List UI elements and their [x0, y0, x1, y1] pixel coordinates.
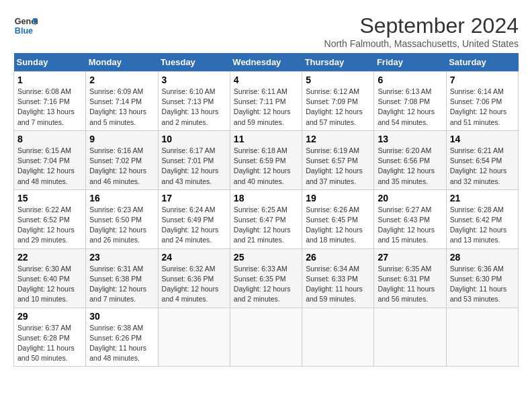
day-number: 14 — [450, 134, 515, 144]
day-cell: 10 Sunrise: 6:17 AM Sunset: 7:01 PM Dayl… — [158, 130, 230, 189]
day-header-tuesday: Tuesday — [158, 53, 230, 72]
day-number: 5 — [306, 75, 370, 85]
day-cell — [374, 308, 446, 367]
day-number: 9 — [89, 134, 154, 144]
day-cell: 17 Sunrise: 6:24 AM Sunset: 6:49 PM Dayl… — [158, 189, 230, 248]
day-number: 26 — [306, 252, 370, 263]
day-number: 16 — [89, 193, 154, 203]
week-row-4: 22 Sunrise: 6:30 AM Sunset: 6:40 PM Dayl… — [14, 248, 519, 308]
day-cell: 3 Sunrise: 6:10 AM Sunset: 7:13 PM Dayli… — [158, 72, 230, 131]
day-number: 20 — [378, 193, 442, 203]
day-cell: 6 Sunrise: 6:13 AM Sunset: 7:08 PM Dayli… — [374, 72, 446, 131]
main-title: September 2024 — [324, 13, 519, 38]
day-number: 1 — [17, 75, 82, 85]
day-info: Sunrise: 6:12 AM Sunset: 7:09 PM Dayligh… — [306, 87, 370, 128]
day-cell: 20 Sunrise: 6:27 AM Sunset: 6:43 PM Dayl… — [374, 189, 446, 248]
day-info: Sunrise: 6:35 AM Sunset: 6:31 PM Dayligh… — [378, 264, 442, 305]
day-number: 27 — [378, 252, 442, 263]
day-number: 30 — [89, 311, 154, 322]
week-row-1: 1 Sunrise: 6:08 AM Sunset: 7:16 PM Dayli… — [14, 72, 519, 131]
day-info: Sunrise: 6:32 AM Sunset: 6:36 PM Dayligh… — [162, 264, 226, 305]
header-area: General Blue September 2024 North Falmou… — [13, 13, 519, 49]
day-number: 2 — [89, 75, 154, 85]
svg-text:Blue: Blue — [15, 26, 33, 36]
day-info: Sunrise: 6:08 AM Sunset: 7:16 PM Dayligh… — [17, 87, 82, 128]
day-number: 7 — [450, 75, 515, 85]
day-number: 19 — [306, 193, 370, 203]
day-cell: 11 Sunrise: 6:18 AM Sunset: 6:59 PM Dayl… — [230, 130, 302, 189]
day-info: Sunrise: 6:09 AM Sunset: 7:14 PM Dayligh… — [89, 87, 154, 128]
day-cell: 18 Sunrise: 6:25 AM Sunset: 6:47 PM Dayl… — [230, 189, 302, 248]
day-info: Sunrise: 6:36 AM Sunset: 6:30 PM Dayligh… — [450, 264, 515, 305]
day-cell: 21 Sunrise: 6:28 AM Sunset: 6:42 PM Dayl… — [446, 189, 518, 248]
day-info: Sunrise: 6:34 AM Sunset: 6:33 PM Dayligh… — [306, 264, 370, 305]
day-number: 3 — [162, 75, 226, 85]
day-cell: 27 Sunrise: 6:35 AM Sunset: 6:31 PM Dayl… — [374, 248, 446, 308]
day-info: Sunrise: 6:10 AM Sunset: 7:13 PM Dayligh… — [162, 87, 226, 128]
day-info: Sunrise: 6:22 AM Sunset: 6:52 PM Dayligh… — [17, 205, 82, 246]
day-cell: 15 Sunrise: 6:22 AM Sunset: 6:52 PM Dayl… — [14, 189, 86, 248]
day-cell: 23 Sunrise: 6:31 AM Sunset: 6:38 PM Dayl… — [86, 248, 158, 308]
day-info: Sunrise: 6:20 AM Sunset: 6:56 PM Dayligh… — [378, 146, 442, 187]
day-number: 12 — [306, 134, 370, 144]
day-cell: 4 Sunrise: 6:11 AM Sunset: 7:11 PM Dayli… — [230, 72, 302, 131]
day-info: Sunrise: 6:25 AM Sunset: 6:47 PM Dayligh… — [234, 205, 298, 246]
day-info: Sunrise: 6:24 AM Sunset: 6:49 PM Dayligh… — [162, 205, 226, 246]
day-info: Sunrise: 6:11 AM Sunset: 7:11 PM Dayligh… — [234, 87, 298, 128]
day-header-thursday: Thursday — [302, 53, 374, 72]
day-cell: 7 Sunrise: 6:14 AM Sunset: 7:06 PM Dayli… — [446, 72, 518, 131]
day-info: Sunrise: 6:27 AM Sunset: 6:43 PM Dayligh… — [378, 205, 442, 246]
day-number: 17 — [162, 193, 226, 203]
day-cell — [302, 308, 374, 367]
day-cell: 29 Sunrise: 6:37 AM Sunset: 6:28 PM Dayl… — [14, 308, 86, 367]
day-cell: 12 Sunrise: 6:19 AM Sunset: 6:57 PM Dayl… — [302, 130, 374, 189]
day-header-wednesday: Wednesday — [230, 53, 302, 72]
day-number: 18 — [234, 193, 298, 203]
day-info: Sunrise: 6:15 AM Sunset: 7:04 PM Dayligh… — [17, 146, 82, 187]
day-info: Sunrise: 6:21 AM Sunset: 6:54 PM Dayligh… — [450, 146, 515, 187]
day-cell: 5 Sunrise: 6:12 AM Sunset: 7:09 PM Dayli… — [302, 72, 374, 131]
header-row: SundayMondayTuesdayWednesdayThursdayFrid… — [14, 53, 519, 72]
day-info: Sunrise: 6:18 AM Sunset: 6:59 PM Dayligh… — [234, 146, 298, 187]
day-info: Sunrise: 6:14 AM Sunset: 7:06 PM Dayligh… — [450, 87, 515, 128]
day-cell: 13 Sunrise: 6:20 AM Sunset: 6:56 PM Dayl… — [374, 130, 446, 189]
day-info: Sunrise: 6:38 AM Sunset: 6:26 PM Dayligh… — [89, 323, 154, 364]
day-number: 4 — [234, 75, 298, 85]
day-number: 10 — [162, 134, 226, 144]
day-cell — [158, 308, 230, 367]
day-cell: 1 Sunrise: 6:08 AM Sunset: 7:16 PM Dayli… — [14, 72, 86, 131]
day-cell: 16 Sunrise: 6:23 AM Sunset: 6:50 PM Dayl… — [86, 189, 158, 248]
day-number: 25 — [234, 252, 298, 263]
day-number: 15 — [17, 193, 82, 203]
day-info: Sunrise: 6:37 AM Sunset: 6:28 PM Dayligh… — [17, 323, 82, 364]
day-cell — [446, 308, 518, 367]
week-row-3: 15 Sunrise: 6:22 AM Sunset: 6:52 PM Dayl… — [14, 189, 519, 248]
week-row-5: 29 Sunrise: 6:37 AM Sunset: 6:28 PM Dayl… — [14, 308, 519, 367]
day-cell: 28 Sunrise: 6:36 AM Sunset: 6:30 PM Dayl… — [446, 248, 518, 308]
day-info: Sunrise: 6:13 AM Sunset: 7:08 PM Dayligh… — [378, 87, 442, 128]
logo-icon: General Blue — [13, 13, 38, 38]
day-info: Sunrise: 6:33 AM Sunset: 6:35 PM Dayligh… — [234, 264, 298, 305]
day-cell: 30 Sunrise: 6:38 AM Sunset: 6:26 PM Dayl… — [86, 308, 158, 367]
day-cell — [230, 308, 302, 367]
day-header-sunday: Sunday — [14, 53, 86, 72]
day-cell: 8 Sunrise: 6:15 AM Sunset: 7:04 PM Dayli… — [14, 130, 86, 189]
day-info: Sunrise: 6:26 AM Sunset: 6:45 PM Dayligh… — [306, 205, 370, 246]
day-cell: 22 Sunrise: 6:30 AM Sunset: 6:40 PM Dayl… — [14, 248, 86, 308]
day-cell: 2 Sunrise: 6:09 AM Sunset: 7:14 PM Dayli… — [86, 72, 158, 131]
day-info: Sunrise: 6:19 AM Sunset: 6:57 PM Dayligh… — [306, 146, 370, 187]
day-info: Sunrise: 6:28 AM Sunset: 6:42 PM Dayligh… — [450, 205, 515, 246]
day-cell: 25 Sunrise: 6:33 AM Sunset: 6:35 PM Dayl… — [230, 248, 302, 308]
day-info: Sunrise: 6:31 AM Sunset: 6:38 PM Dayligh… — [89, 264, 154, 305]
day-cell: 24 Sunrise: 6:32 AM Sunset: 6:36 PM Dayl… — [158, 248, 230, 308]
day-number: 13 — [378, 134, 442, 144]
logo: General Blue — [13, 13, 38, 38]
day-number: 29 — [17, 311, 82, 322]
subtitle: North Falmouth, Massachusetts, United St… — [324, 38, 519, 49]
day-cell: 14 Sunrise: 6:21 AM Sunset: 6:54 PM Dayl… — [446, 130, 518, 189]
calendar-table: SundayMondayTuesdayWednesdayThursdayFrid… — [13, 53, 519, 367]
day-number: 22 — [17, 252, 82, 263]
day-cell: 26 Sunrise: 6:34 AM Sunset: 6:33 PM Dayl… — [302, 248, 374, 308]
day-info: Sunrise: 6:30 AM Sunset: 6:40 PM Dayligh… — [17, 264, 82, 305]
day-cell: 19 Sunrise: 6:26 AM Sunset: 6:45 PM Dayl… — [302, 189, 374, 248]
